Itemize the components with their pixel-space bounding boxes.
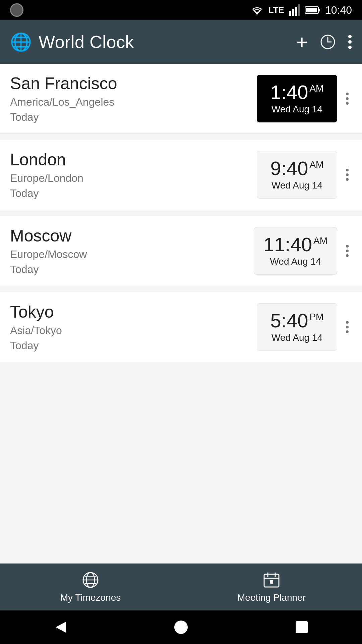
clock-info: Tokyo Asia/Tokyo Today (10, 302, 257, 352)
svg-rect-5 (318, 9, 320, 11)
app-bar-title: World Clock (39, 32, 134, 52)
more-dot (346, 178, 349, 181)
clock-day: Today (10, 339, 257, 352)
clock-city: San Francisco (10, 74, 257, 93)
wifi-icon (250, 5, 264, 15)
clock-item-tokyo: Tokyo Asia/Tokyo Today 5:40PM Wed Aug 14 (0, 292, 362, 362)
app-bar-left: 🌐 World Clock (10, 32, 296, 52)
more-dot (346, 102, 349, 105)
clock-ampm: AM (309, 84, 323, 93)
nav-back-button[interactable] (47, 614, 74, 641)
status-bar-left (10, 3, 23, 17)
clock-day: Today (10, 263, 254, 276)
bottom-nav: My Timezones Meeting Planner (0, 564, 362, 610)
clock-city: London (10, 150, 257, 169)
battery-icon (305, 6, 320, 14)
svg-rect-0 (289, 11, 291, 16)
clock-city: Moscow (10, 226, 254, 246)
camera-icon (10, 3, 23, 17)
svg-rect-22 (270, 580, 273, 584)
clock-item-san-francisco: San Francisco America/Los_Angeles Today … (0, 64, 362, 134)
clock-ampm: AM (309, 160, 323, 169)
clock-more-button[interactable] (343, 241, 352, 260)
svg-rect-6 (306, 8, 317, 12)
clock-day: Today (10, 187, 257, 200)
tab-my-timezones[interactable]: My Timezones (0, 564, 181, 610)
signal-icon (289, 4, 300, 16)
clock-time-value: 11:40AM (263, 235, 327, 254)
clock-item-london: London Europe/London Today 9:40AM Wed Au… (0, 140, 362, 210)
clock-time-box: 1:40AM Wed Aug 14 (257, 75, 337, 122)
tab-meeting-planner[interactable]: Meeting Planner (181, 564, 362, 610)
clock-info: San Francisco America/Los_Angeles Today (10, 74, 257, 123)
clock-timezone: Europe/Moscow (10, 248, 254, 261)
clock-time-date: Wed Aug 14 (272, 332, 322, 343)
clock-ampm: PM (309, 312, 323, 322)
clock-time-wrapper: 1:40AM Wed Aug 14 (257, 75, 352, 122)
add-button[interactable]: + (296, 31, 308, 54)
svg-rect-25 (296, 621, 308, 633)
svg-marker-23 (56, 622, 66, 633)
more-dot (346, 250, 349, 252)
app-bar: 🌐 World Clock + (0, 20, 362, 64)
clock-time-box: 5:40PM Wed Aug 14 (257, 303, 337, 351)
clock-info: London Europe/London Today (10, 150, 257, 200)
tab-meeting-planner-label: Meeting Planner (237, 592, 306, 603)
tab-my-timezones-label: My Timezones (60, 592, 121, 603)
clock-city: Tokyo (10, 302, 257, 322)
clock-time-value: 1:40AM (270, 83, 324, 102)
clock-time-digits: 5:40 (270, 311, 308, 330)
clock-time-date: Wed Aug 14 (272, 180, 322, 191)
svg-rect-3 (298, 4, 300, 16)
clock-time-value: 5:40PM (270, 311, 324, 330)
clock-time-wrapper: 11:40AM Wed Aug 14 (254, 227, 352, 275)
more-dot (346, 245, 349, 248)
clock-time-wrapper: 9:40AM Wed Aug 14 (257, 151, 352, 199)
clock-time-date: Wed Aug 14 (270, 256, 321, 267)
svg-point-12 (348, 46, 352, 49)
more-options-button[interactable] (348, 34, 352, 50)
more-dot (346, 254, 349, 257)
clock-time-value: 9:40AM (270, 159, 324, 178)
clock-time-digits: 11:40 (263, 235, 312, 254)
app-bar-globe-icon: 🌐 (10, 32, 32, 52)
lte-icon: LTE (268, 5, 284, 15)
clock-time-date: Wed Aug 14 (272, 104, 322, 115)
globe-icon (81, 571, 100, 589)
clock-info: Moscow Europe/Moscow Today (10, 226, 254, 276)
more-dot (346, 326, 349, 328)
clock-more-button[interactable] (343, 318, 352, 336)
more-dot (346, 321, 349, 324)
clock-item-moscow: Moscow Europe/Moscow Today 11:40AM Wed A… (0, 216, 362, 286)
svg-point-24 (174, 621, 188, 634)
clock-time-box: 11:40AM Wed Aug 14 (254, 227, 337, 275)
nav-home-button[interactable] (168, 614, 194, 641)
app-bar-actions: + (296, 31, 352, 54)
svg-rect-2 (295, 7, 297, 16)
svg-point-11 (348, 40, 352, 44)
more-dot (346, 97, 349, 100)
clock-more-button[interactable] (343, 165, 352, 184)
more-dot (346, 330, 349, 333)
system-nav (0, 610, 362, 644)
clock-list: San Francisco America/Los_Angeles Today … (0, 64, 362, 564)
status-bar-right: LTE 10:40 (250, 4, 352, 16)
clock-time-box: 9:40AM Wed Aug 14 (257, 151, 337, 199)
calendar-icon (262, 571, 281, 589)
clock-more-button[interactable] (343, 89, 352, 108)
clock-ampm: AM (313, 236, 327, 246)
clock-icon[interactable] (320, 34, 336, 50)
status-time: 10:40 (325, 4, 352, 16)
svg-rect-1 (292, 9, 294, 16)
clock-time-digits: 1:40 (270, 83, 308, 102)
clock-time-digits: 9:40 (270, 159, 308, 178)
clock-timezone: Europe/London (10, 172, 257, 184)
clock-day: Today (10, 111, 257, 123)
status-bar: LTE 10:40 (0, 0, 362, 20)
svg-point-10 (348, 35, 352, 38)
more-dot (346, 93, 349, 95)
clock-timezone: Asia/Tokyo (10, 324, 257, 337)
nav-recent-button[interactable] (288, 614, 315, 641)
clock-time-wrapper: 5:40PM Wed Aug 14 (257, 303, 352, 351)
clock-timezone: America/Los_Angeles (10, 96, 257, 108)
